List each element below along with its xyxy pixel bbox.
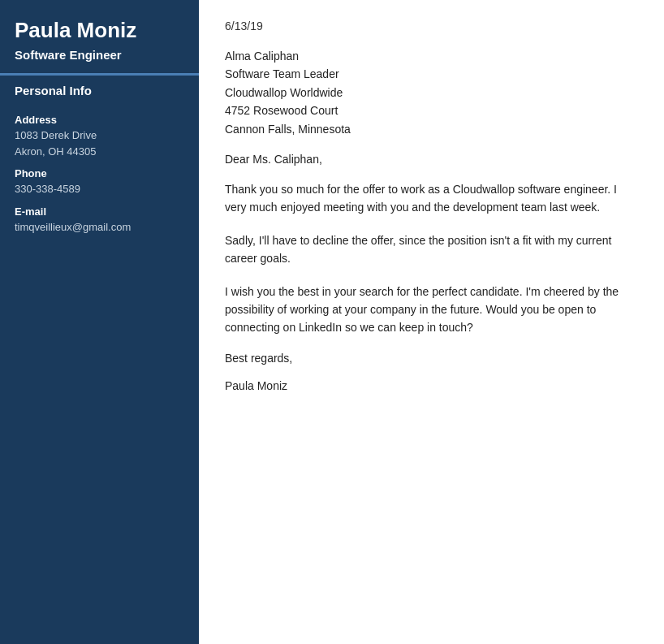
address-line1: 1083 Derek Drive [15, 128, 184, 144]
phone-value: 330-338-4589 [15, 181, 184, 197]
letter-greeting: Dear Ms. Caliphan, [225, 153, 638, 166]
letter-paragraph1: Thank you so much for the offer to work … [225, 180, 638, 217]
letter-recipient: Alma Caliphan Software Team Leader Cloud… [225, 47, 638, 138]
applicant-name: Paula Moniz [0, 0, 199, 46]
recipient-address2: Cannon Falls, Minnesota [225, 120, 638, 138]
personal-info-header: Personal Info [0, 73, 199, 106]
letter-closing: Best regards, [225, 352, 638, 365]
email-value: timqveillieux@gmail.com [15, 219, 184, 236]
recipient-name: Alma Caliphan [225, 47, 638, 65]
email-label: E-mail [15, 205, 184, 218]
letter-date: 6/13/19 [225, 19, 638, 32]
recipient-title: Software Team Leader [225, 65, 638, 83]
address-line2: Akron, OH 44305 [15, 144, 184, 160]
letter-paragraph2: Sadly, I'll have to decline the offer, s… [225, 231, 638, 268]
letter-signature: Paula Moniz [225, 379, 638, 392]
phone-label: Phone [15, 167, 184, 179]
recipient-address1: 4752 Rosewood Court [225, 102, 638, 119]
letter-paragraph3: I wish you the best in your search for t… [225, 283, 638, 337]
sidebar: Paula Moniz Software Engineer Personal I… [0, 0, 199, 644]
personal-info-section: Address 1083 Derek Drive Akron, OH 44305… [0, 114, 199, 235]
address-label: Address [15, 114, 184, 126]
applicant-job-title: Software Engineer [0, 46, 199, 73]
recipient-company: Cloudwallop Worldwide [225, 84, 638, 102]
letter-body: Thank you so much for the offer to work … [225, 180, 638, 337]
letter-content: 6/13/19 Alma Caliphan Software Team Lead… [199, 0, 664, 644]
